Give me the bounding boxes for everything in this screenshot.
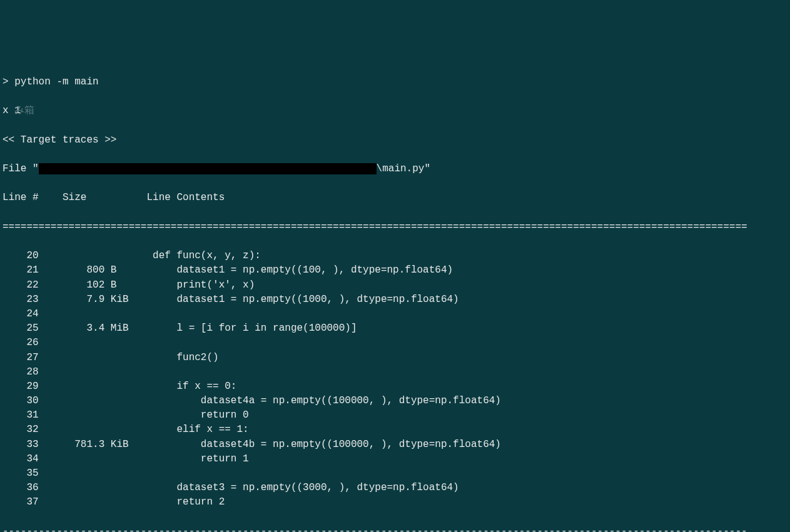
trace-row: 33 781.3 KiB dataset4b = np.empty((10000…: [3, 438, 790, 452]
trace-row: 26: [3, 336, 790, 350]
target-traces-header: << Target traces >>: [3, 133, 790, 148]
trace-row: 23 7.9 KiB dataset1 = np.empty((1000, ),…: [3, 293, 790, 307]
trace-row: 24: [3, 307, 790, 321]
background-text: み箱: [14, 105, 34, 116]
trace-row: 22 102 B print('x', x): [3, 278, 790, 293]
trace-row: 28: [3, 365, 790, 379]
trace-row: 35: [3, 466, 790, 481]
trace-row: 29 if x == 0:: [3, 379, 790, 394]
dash-rule: ----------------------------------------…: [3, 524, 790, 532]
trace-row: 31 return 0: [3, 408, 790, 423]
trace-row: 27 func2(): [3, 351, 790, 365]
terminal-output: > python -m main x 1み箱 << Target traces …: [0, 58, 790, 532]
column-header: Line # Size Line Contents: [3, 191, 790, 205]
trace-row: 25 3.4 MiB l = [i for i in range(100000)…: [3, 321, 790, 336]
trace-row: 36 dataset3 = np.empty((3000, ), dtype=n…: [3, 481, 790, 495]
command-prompt: > python -m main: [3, 75, 790, 89]
trace-row: 32 elif x == 1:: [3, 423, 790, 437]
trace-row: 21 800 B dataset1 = np.empty((100, ), dt…: [3, 263, 790, 278]
redacted-path: [39, 163, 377, 174]
target-trace-rows: 20 def func(x, y, z): 21 800 B dataset1 …: [3, 249, 790, 509]
file-line: File "\main.py": [3, 162, 790, 176]
trace-row: 20 def func(x, y, z):: [3, 249, 790, 263]
trace-row: 37 return 2: [3, 495, 790, 509]
trace-row: 34 return 1: [3, 452, 790, 466]
trace-row: 30 dataset4a = np.empty((100000, ), dtyp…: [3, 394, 790, 408]
output-line: x 1み箱: [3, 104, 790, 118]
rule-line: ========================================…: [3, 220, 790, 234]
